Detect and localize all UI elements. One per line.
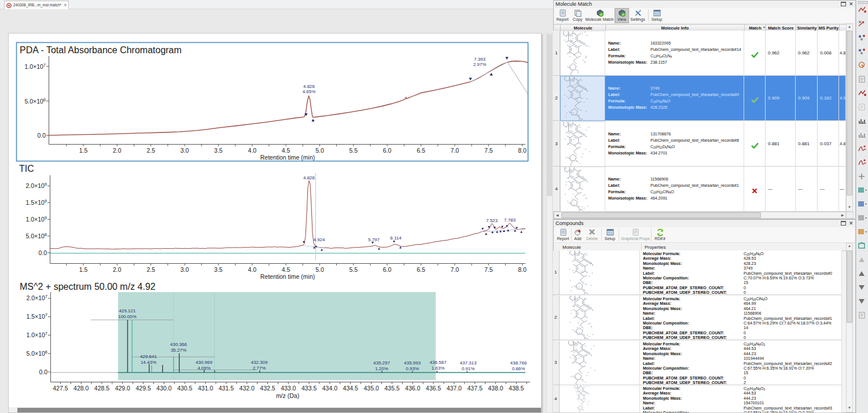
svg-text:430.0: 430.0 (156, 385, 171, 392)
svg-text:429.5: 429.5 (135, 385, 150, 392)
svg-text:2.5: 2.5 (146, 147, 155, 154)
svg-text:6.0: 6.0 (383, 147, 392, 154)
svg-text:3.5: 3.5 (214, 266, 223, 273)
svg-text:429.0: 429.0 (115, 385, 130, 392)
svg-text:428.0: 428.0 (73, 385, 89, 392)
svg-text:7.0: 7.0 (451, 147, 459, 154)
svg-text:2.0×107: 2.0×107 (26, 294, 47, 301)
svg-text:0.0: 0.0 (39, 368, 47, 375)
svg-text:4.0: 4.0 (248, 266, 256, 273)
svg-text:8.0: 8.0 (518, 266, 527, 273)
svg-text:0.0: 0.0 (38, 249, 47, 256)
svg-text:432.5: 432.5 (260, 385, 275, 392)
svg-text:7.5: 7.5 (484, 266, 493, 273)
svg-text:2.5: 2.5 (146, 266, 155, 273)
svg-text:1.5×109: 1.5×109 (25, 198, 47, 206)
svg-text:0.0: 0.0 (37, 132, 46, 139)
svg-text:2.77%: 2.77% (253, 366, 266, 371)
svg-text:7.523: 7.523 (486, 218, 498, 223)
svg-text:433.5: 433.5 (301, 385, 317, 392)
svg-text:6.0: 6.0 (383, 266, 392, 273)
svg-text:433.0: 433.0 (281, 385, 296, 392)
svg-text:438.766: 438.766 (510, 360, 527, 366)
svg-text:432.0: 432.0 (240, 385, 255, 392)
svg-text:4.09%: 4.09% (197, 366, 211, 371)
svg-text:1.0×109: 1.0×109 (25, 215, 47, 223)
svg-text:Retention time (min): Retention time (min) (260, 154, 315, 161)
svg-text:1.20%: 1.20% (375, 366, 388, 371)
svg-text:6.5: 6.5 (417, 147, 425, 154)
svg-text:2.0×109: 2.0×109 (25, 182, 47, 189)
svg-text:430.5: 430.5 (177, 385, 192, 392)
svg-text:4.826: 4.826 (303, 84, 315, 89)
svg-text:7.5: 7.5 (484, 147, 493, 154)
svg-text:437.5: 437.5 (467, 385, 482, 392)
svg-text:3.5: 3.5 (214, 147, 223, 154)
svg-text:438.0: 438.0 (488, 385, 503, 392)
svg-text:1.0×107: 1.0×107 (26, 331, 47, 338)
svg-text:434.0: 434.0 (322, 385, 337, 392)
svg-text:2.0: 2.0 (113, 266, 122, 273)
svg-text:435.257: 435.257 (373, 360, 390, 366)
svg-text:1.63%: 1.63% (432, 366, 445, 371)
svg-text:4.5: 4.5 (282, 266, 290, 273)
svg-text:432.309: 432.309 (251, 360, 268, 365)
svg-text:5.0×106: 5.0×106 (24, 97, 46, 105)
svg-text:436.0: 436.0 (405, 385, 420, 392)
svg-text:TIC: TIC (19, 164, 34, 174)
svg-text:2.97%: 2.97% (473, 62, 487, 67)
svg-text:430.366: 430.366 (170, 342, 187, 347)
svg-text:436.587: 436.587 (430, 360, 447, 365)
svg-text:MS^2 + spectrum 50.00 m/z 4.92: MS^2 + spectrum 50.00 m/z 4.92 (20, 282, 156, 292)
svg-text:431.0: 431.0 (198, 385, 213, 392)
svg-text:14.43%: 14.43% (141, 360, 156, 365)
svg-text:35.27%: 35.27% (171, 348, 186, 353)
svg-text:100.00%: 100.00% (118, 314, 137, 319)
svg-text:431.5: 431.5 (219, 385, 234, 392)
svg-text:5.0×108: 5.0×108 (25, 232, 47, 239)
svg-text:1.5: 1.5 (79, 147, 88, 154)
svg-text:3.0: 3.0 (181, 266, 189, 273)
svg-text:0.93%: 0.93% (406, 366, 419, 371)
svg-text:4.0: 4.0 (248, 147, 256, 154)
svg-text:1.0×107: 1.0×107 (24, 62, 46, 70)
svg-text:437.313: 437.313 (460, 360, 477, 366)
svg-text:6.114: 6.114 (390, 235, 402, 241)
svg-text:5.0×106: 5.0×106 (26, 349, 47, 357)
svg-text:0.86%: 0.86% (512, 366, 525, 371)
svg-text:429.121: 429.121 (119, 308, 136, 314)
svg-text:435.5: 435.5 (384, 385, 399, 392)
svg-text:438.5: 438.5 (509, 385, 524, 392)
svg-text:435.993: 435.993 (404, 360, 421, 366)
svg-text:7.783: 7.783 (504, 217, 516, 223)
svg-text:2.0: 2.0 (113, 147, 122, 154)
svg-text:4.924: 4.924 (313, 237, 325, 242)
svg-text:5.797: 5.797 (368, 237, 380, 242)
svg-text:1.5×107: 1.5×107 (26, 312, 47, 320)
svg-text:3.0: 3.0 (181, 147, 189, 154)
svg-text:PDA - Total Absorbance Chromat: PDA - Total Absorbance Chromatogram (20, 45, 182, 55)
svg-text:4.826: 4.826 (303, 175, 315, 180)
svg-text:4.5: 4.5 (282, 147, 290, 154)
svg-text:430.969: 430.969 (196, 360, 212, 365)
svg-text:428.5: 428.5 (94, 385, 109, 392)
svg-text:8.0: 8.0 (518, 147, 527, 154)
svg-text:5.5: 5.5 (349, 147, 358, 154)
svg-text:435.0: 435.0 (363, 385, 378, 392)
svg-text:Retention time (min): Retention time (min) (260, 273, 315, 280)
svg-text:m/z (Da): m/z (Da) (276, 392, 299, 399)
svg-text:427.5: 427.5 (53, 385, 68, 392)
svg-text:5.0: 5.0 (315, 266, 324, 273)
svg-text:5.0: 5.0 (315, 147, 324, 154)
svg-text:0.91%: 0.91% (462, 366, 475, 371)
svg-text:5.5: 5.5 (349, 266, 358, 273)
svg-text:7.0: 7.0 (451, 266, 459, 273)
svg-text:436.5: 436.5 (426, 385, 441, 392)
svg-text:4.65%: 4.65% (303, 89, 316, 94)
svg-text:434.5: 434.5 (343, 385, 358, 392)
svg-text:7.393: 7.393 (474, 57, 486, 62)
svg-text:437.0: 437.0 (447, 385, 462, 392)
svg-text:429.641: 429.641 (140, 354, 157, 359)
svg-text:1.5: 1.5 (79, 266, 88, 273)
svg-text:6.5: 6.5 (417, 266, 425, 273)
